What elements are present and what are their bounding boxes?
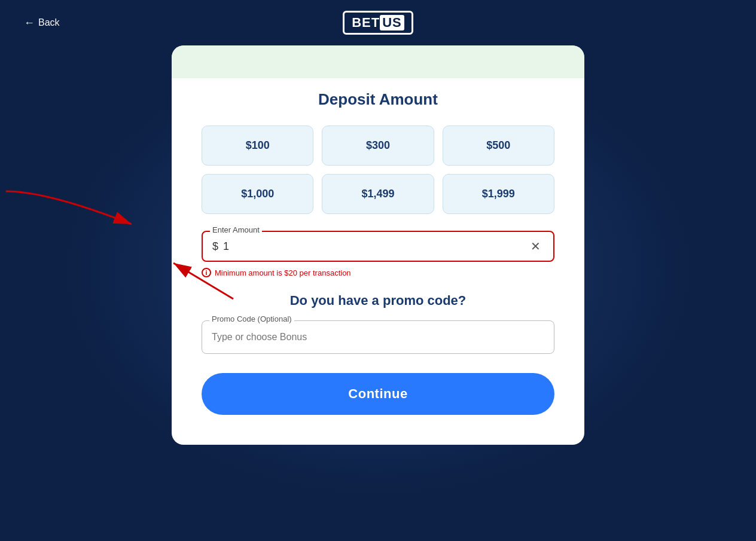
continue-label: Continue xyxy=(348,386,407,401)
logo-box: BET US xyxy=(343,11,413,35)
logo-bet-text: BET xyxy=(352,15,380,30)
top-bar: ← Back BET US xyxy=(0,0,756,45)
error-icon: i xyxy=(202,268,211,277)
amount-grid: $100 $300 $500 $1,000 $1,499 $1,999 xyxy=(202,126,554,214)
amount-btn-100[interactable]: $100 xyxy=(202,126,313,166)
red-arrow-1 xyxy=(0,185,150,233)
main-card: Deposit Amount $100 $300 $500 $1,000 $1,… xyxy=(172,45,584,445)
clear-amount-button[interactable]: ✕ xyxy=(527,238,544,255)
amount-btn-1499[interactable]: $1,499 xyxy=(322,174,434,214)
card-top-strip xyxy=(172,45,584,78)
amount-btn-300[interactable]: $300 xyxy=(322,126,434,166)
promo-code-label: Promo Code (Optional) xyxy=(209,314,294,323)
deposit-title: Deposit Amount xyxy=(202,90,554,109)
continue-button[interactable]: Continue xyxy=(202,373,554,415)
logo-us-text: US xyxy=(380,15,404,30)
amount-input[interactable] xyxy=(223,240,522,253)
card-content: Deposit Amount $100 $300 $500 $1,000 $1,… xyxy=(172,78,584,415)
enter-amount-label: Enter Amount xyxy=(210,225,262,234)
error-message: i Minimum amount is $20 per transaction xyxy=(202,268,554,277)
amount-input-row: $ ✕ xyxy=(212,238,544,255)
amount-btn-500[interactable]: $500 xyxy=(443,126,554,166)
promo-code-input[interactable] xyxy=(212,332,544,343)
enter-amount-group: Enter Amount $ ✕ xyxy=(202,231,554,262)
amount-btn-1999[interactable]: $1,999 xyxy=(443,174,554,214)
back-label: Back xyxy=(38,17,60,28)
currency-symbol: $ xyxy=(212,240,218,253)
back-arrow-icon: ← xyxy=(24,17,35,29)
logo: BET US xyxy=(343,11,413,35)
promo-title: Do you have a promo code? xyxy=(202,293,554,308)
amount-btn-1000[interactable]: $1,000 xyxy=(202,174,313,214)
promo-code-group: Promo Code (Optional) xyxy=(202,320,554,354)
error-text: Minimum amount is $20 per transaction xyxy=(215,268,351,277)
back-button[interactable]: ← Back xyxy=(24,17,60,29)
